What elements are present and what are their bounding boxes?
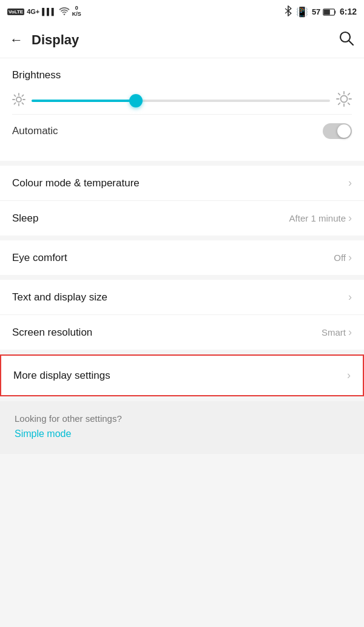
bottom-card-text: Looking for other settings? [15,413,349,424]
more-display-settings-right: › [347,369,351,382]
group-eye-comfort: Eye comfort Off › [0,240,364,275]
page-title: Display [32,32,339,48]
search-button[interactable] [339,30,354,50]
svg-point-14 [341,96,348,103]
svg-line-20 [348,103,350,105]
brightness-label: Brightness [12,69,352,81]
more-display-settings-row[interactable]: More display settings › [0,354,364,396]
sleep-right: After 1 minute › [289,212,352,225]
wifi-icon [59,7,70,16]
signal-bars: ▌▌▌ [42,8,56,15]
eye-comfort-right: Off › [334,251,352,264]
screen-resolution-chevron: › [348,326,352,339]
svg-line-22 [339,103,340,105]
clock: 6:12 [340,7,357,16]
volte-badge: VoLTE [7,8,24,15]
brightness-section: Brightness [0,58,364,161]
bottom-card: Looking for other settings? Simple mode [0,401,364,454]
sleep-row[interactable]: Sleep After 1 minute › [0,201,364,236]
sun-icon-small [12,93,25,109]
sleep-label: Sleep [12,212,38,225]
screen-resolution-value: Smart [322,327,346,337]
svg-line-21 [348,93,350,95]
sun-icon-large [336,91,352,110]
sleep-chevron: › [348,212,352,225]
group-text-resolution: Text and display size › Screen resolutio… [0,280,364,350]
sleep-value: After 1 minute [289,213,346,223]
toggle-thumb [337,124,351,138]
colour-mode-right: › [348,177,352,189]
eye-comfort-value: Off [334,252,346,263]
more-display-settings-chevron: › [347,369,351,382]
brightness-slider[interactable] [32,92,330,110]
text-display-size-right: › [348,291,352,303]
colour-mode-chevron: › [348,177,352,189]
colour-mode-label: Colour mode & temperature [12,177,140,189]
text-display-size-row[interactable]: Text and display size › [0,280,364,315]
text-display-size-chevron: › [348,291,352,303]
svg-line-10 [15,95,16,96]
eye-comfort-row[interactable]: Eye comfort Off › [0,240,364,275]
brightness-row [12,91,352,110]
svg-rect-2 [324,10,330,15]
automatic-row: Automatic [12,114,352,149]
svg-rect-1 [334,11,335,14]
screen-resolution-label: Screen resolution [12,327,92,339]
top-bar: ← Display [0,22,364,58]
slider-thumb [129,94,143,107]
svg-line-19 [339,93,340,95]
eye-comfort-chevron: › [348,251,352,264]
vibrate-icon: 📳 [296,6,308,18]
battery-icon: 57 [312,7,336,16]
text-display-size-label: Text and display size [12,291,107,303]
network-indicator: 4G+ [27,8,39,15]
simple-mode-link[interactable]: Simple mode [15,429,71,439]
svg-line-4 [349,41,353,45]
slider-fill [32,100,136,102]
svg-line-12 [22,95,23,96]
bluetooth-icon [284,5,292,18]
data-speed: 0K/S [72,5,81,18]
automatic-label: Automatic [12,125,58,137]
screen-resolution-right: Smart › [322,326,352,339]
svg-point-5 [16,97,21,102]
screen-resolution-row[interactable]: Screen resolution Smart › [0,315,364,350]
automatic-toggle[interactable] [323,123,352,139]
colour-mode-row[interactable]: Colour mode & temperature › [0,166,364,201]
svg-line-11 [22,103,23,104]
svg-line-13 [15,103,16,104]
status-bar: VoLTE 4G+ ▌▌▌ 0K/S 📳 57 6:12 [0,0,364,22]
slider-track [32,100,330,102]
back-button[interactable]: ← [10,33,23,47]
status-right: 📳 57 6:12 [284,5,357,18]
group-colour-sleep: Colour mode & temperature › Sleep After … [0,166,364,236]
more-display-settings-label: More display settings [13,370,110,382]
status-left: VoLTE 4G+ ▌▌▌ 0K/S [7,5,81,18]
eye-comfort-label: Eye comfort [12,252,67,264]
